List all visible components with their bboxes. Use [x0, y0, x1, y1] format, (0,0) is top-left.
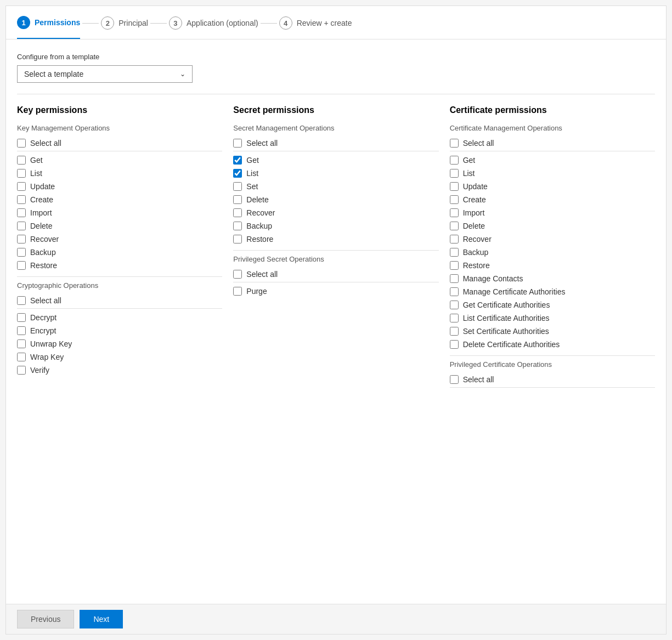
secret-backup: Backup	[233, 219, 438, 233]
key-encrypt: Encrypt	[17, 324, 222, 337]
priv-secret-select-all: Select all	[233, 268, 438, 282]
key-restore-label: Restore	[30, 261, 57, 270]
next-button[interactable]: Next	[80, 610, 123, 628]
key-update-label: Update	[30, 182, 55, 191]
key-get-checkbox[interactable]	[17, 156, 26, 165]
key-delete-checkbox[interactable]	[17, 222, 26, 230]
key-import: Import	[17, 206, 222, 219]
cert-manage-contacts-checkbox[interactable]	[450, 274, 459, 283]
cert-select-all-label: Select all	[463, 139, 494, 148]
key-import-checkbox[interactable]	[17, 208, 26, 217]
cert-get: Get	[450, 154, 655, 167]
priv-cert-select-all-checkbox[interactable]	[450, 375, 459, 384]
key-update-checkbox[interactable]	[17, 182, 26, 191]
secret-get-checkbox[interactable]	[233, 156, 242, 165]
cert-list-ca-label: List Certificate Authorities	[463, 314, 550, 322]
cert-select-all-checkbox[interactable]	[450, 139, 459, 148]
main-container: 1 Permissions 2 Principal 3 Application …	[5, 5, 667, 635]
key-wrap-checkbox[interactable]	[17, 353, 26, 361]
key-list-checkbox[interactable]	[17, 169, 26, 178]
cert-delete-label: Delete	[463, 222, 485, 230]
step-review[interactable]: 4 Review + create	[279, 16, 352, 38]
cert-create: Create	[450, 193, 655, 206]
cert-list-label: List	[463, 169, 475, 178]
step-4-label: Review + create	[297, 19, 352, 27]
certificate-permissions-title: Certificate permissions	[450, 105, 655, 115]
cert-manage-ca: Manage Certificate Authorities	[450, 285, 655, 298]
secret-select-all: Select all	[233, 137, 438, 151]
step-separator-3	[261, 23, 277, 24]
cert-delete-ca-checkbox[interactable]	[450, 340, 459, 349]
cert-get-checkbox[interactable]	[450, 156, 459, 165]
cert-manage-ca-label: Manage Certificate Authorities	[463, 287, 566, 296]
key-verify: Verify	[17, 364, 222, 377]
step-principal[interactable]: 2 Principal	[101, 16, 148, 38]
secret-recover-checkbox[interactable]	[233, 208, 242, 217]
cert-manage-ca-checkbox[interactable]	[450, 287, 459, 296]
cert-import-checkbox[interactable]	[450, 208, 459, 217]
key-create-label: Create	[30, 195, 53, 204]
crypto-select-all-checkbox[interactable]	[17, 296, 26, 305]
key-encrypt-label: Encrypt	[30, 326, 56, 335]
key-encrypt-checkbox[interactable]	[17, 326, 26, 335]
key-unwrap: Unwrap Key	[17, 337, 222, 350]
previous-button[interactable]: Previous	[17, 610, 74, 628]
chevron-down-icon: ⌄	[180, 70, 185, 78]
cert-list-ca-checkbox[interactable]	[450, 314, 459, 322]
cert-create-label: Create	[463, 195, 486, 204]
priv-secret-ops-title: Privileged Secret Operations	[233, 255, 438, 263]
cert-list-checkbox[interactable]	[450, 169, 459, 178]
key-restore: Restore	[17, 259, 222, 272]
key-restore-checkbox[interactable]	[17, 261, 26, 270]
certificate-permissions-column: Certificate permissions Certificate Mana…	[450, 105, 655, 390]
key-verify-checkbox[interactable]	[17, 366, 26, 375]
cert-backup-checkbox[interactable]	[450, 248, 459, 257]
cert-list: List	[450, 167, 655, 180]
secret-purge-label: Purge	[246, 287, 267, 296]
key-create: Create	[17, 193, 222, 206]
cert-delete-ca: Delete Certificate Authorities	[450, 338, 655, 351]
step-application[interactable]: 3 Application (optional)	[169, 16, 258, 38]
cert-manage-contacts: Manage Contacts	[450, 272, 655, 285]
secret-backup-checkbox[interactable]	[233, 222, 242, 230]
key-decrypt-checkbox[interactable]	[17, 313, 26, 322]
key-backup-checkbox[interactable]	[17, 248, 26, 257]
cert-set-ca-checkbox[interactable]	[450, 327, 459, 336]
key-list-label: List	[30, 169, 42, 178]
priv-cert-select-all: Select all	[450, 373, 655, 388]
secret-list-checkbox[interactable]	[233, 169, 242, 178]
template-dropdown[interactable]: Select a template ⌄	[17, 65, 193, 83]
secret-select-all-label: Select all	[246, 139, 278, 148]
key-backup: Backup	[17, 246, 222, 259]
step-separator-1	[82, 23, 99, 24]
key-recover: Recover	[17, 233, 222, 246]
key-unwrap-checkbox[interactable]	[17, 339, 26, 348]
cert-create-checkbox[interactable]	[450, 195, 459, 204]
key-recover-label: Recover	[30, 235, 59, 243]
key-update: Update	[17, 180, 222, 193]
key-delete: Delete	[17, 219, 222, 233]
cert-recover-checkbox[interactable]	[450, 235, 459, 243]
cert-restore-checkbox[interactable]	[450, 261, 459, 270]
cert-delete-checkbox[interactable]	[450, 222, 459, 230]
key-recover-checkbox[interactable]	[17, 235, 26, 243]
cert-import: Import	[450, 206, 655, 219]
secret-delete-checkbox[interactable]	[233, 195, 242, 204]
step-2-circle: 2	[101, 16, 114, 30]
priv-secret-select-all-checkbox[interactable]	[233, 270, 242, 279]
cert-update-checkbox[interactable]	[450, 182, 459, 191]
key-permissions-column: Key permissions Key Management Operation…	[17, 105, 222, 377]
cert-recover-label: Recover	[463, 235, 492, 243]
secret-purge-checkbox[interactable]	[233, 287, 242, 296]
cert-list-ca: List Certificate Authorities	[450, 311, 655, 325]
cert-get-ca-checkbox[interactable]	[450, 301, 459, 309]
key-select-all-checkbox[interactable]	[17, 139, 26, 148]
secret-select-all-checkbox[interactable]	[233, 139, 242, 148]
secret-set-checkbox[interactable]	[233, 182, 242, 191]
cert-restore-label: Restore	[463, 261, 490, 270]
secret-restore-checkbox[interactable]	[233, 235, 242, 243]
step-permissions[interactable]: 1 Permissions	[17, 16, 80, 39]
cert-select-all: Select all	[450, 137, 655, 151]
key-delete-label: Delete	[30, 222, 52, 230]
key-create-checkbox[interactable]	[17, 195, 26, 204]
